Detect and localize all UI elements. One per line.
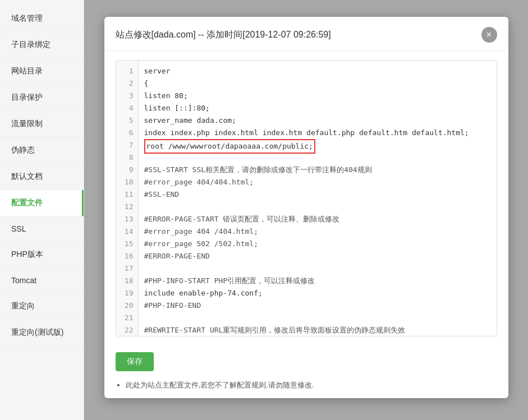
line-number: 19 [116, 287, 138, 299]
sidebar-item-redirect[interactable]: 重定向 [0, 293, 84, 320]
sidebar-item-domain[interactable]: 域名管理 [0, 6, 84, 32]
code-line [139, 312, 497, 324]
line-number: 3 [116, 90, 138, 102]
code-line: #REWRITE-START URL重写规则引用，修改后将导致面板设置的伪静态规… [139, 324, 497, 336]
code-line: server [139, 65, 497, 77]
modal-footer: 保存 [104, 345, 508, 380]
sidebar-item-php[interactable]: PHP版本 [0, 242, 84, 268]
line-number: 16 [116, 250, 138, 262]
line-number: 2 [116, 77, 138, 90]
highlighted-code: root /www/wwwroot/dapaoaaa.com/public; [144, 139, 315, 154]
code-line [139, 262, 497, 275]
sidebar: 域名管理 子目录绑定 网站目录 目录保护 流量限制 伪静态 默认文档 配置文件 … [0, 0, 84, 420]
code-line: #PHP-INFO-END [139, 299, 497, 312]
line-number: 7 [116, 139, 138, 151]
main-content: 站点修改[dada.com] -- 添加时间[2019-12-07 09:26:… [84, 0, 528, 420]
sidebar-item-webroot[interactable]: 网站目录 [0, 58, 84, 85]
line-number: 20 [116, 299, 138, 312]
sidebar-item-default-doc[interactable]: 默认文档 [0, 164, 84, 190]
line-number: 21 [116, 312, 138, 324]
line-numbers: 123456789101112131415161718192021222324 [116, 61, 139, 336]
line-number: 6 [116, 127, 138, 139]
modal-body: 123456789101112131415161718192021222324 … [104, 51, 508, 345]
line-number: 12 [116, 201, 138, 213]
code-line: { [139, 77, 497, 90]
code-line: listen 80; [139, 90, 497, 102]
sidebar-item-tomcat[interactable]: Tomcat [0, 268, 84, 293]
line-number: 4 [116, 102, 138, 114]
modal-title: 站点修改[dada.com] -- 添加时间[2019-12-07 09:26:… [116, 29, 331, 41]
line-number: 17 [116, 262, 138, 275]
code-line: root /www/wwwroot/dapaoaaa.com/public; [139, 139, 497, 151]
note-text: 此处为站点主配置文件,若您不了解配置规则,请勿随意修改. [126, 380, 497, 390]
sidebar-item-traffic[interactable]: 流量限制 [0, 111, 84, 137]
sidebar-item-ssl[interactable]: SSL [0, 216, 84, 242]
line-number: 11 [116, 188, 138, 201]
code-content[interactable]: server{ listen 80; listen [::]:80; serve… [139, 61, 497, 336]
code-line: #PHP-INFO-START PHP引用配置，可以注释或修改 [139, 275, 497, 287]
code-line: #error_page 502 /502.html; [139, 238, 497, 250]
sidebar-item-subdir[interactable]: 子目录绑定 [0, 32, 84, 58]
code-line: listen [::]:80; [139, 102, 497, 114]
sidebar-item-dirprotect[interactable]: 目录保护 [0, 85, 84, 111]
code-line: #SSL-START SSL相关配置，请勿删除或修改下一行带注释的404规则 [139, 164, 497, 176]
sidebar-item-rewrite[interactable]: 伪静态 [0, 137, 84, 164]
line-number: 5 [116, 114, 138, 127]
modal-note: 此处为站点主配置文件,若您不了解配置规则,请勿随意修改. [104, 380, 508, 398]
code-line: #error_page 404 /404.html; [139, 225, 497, 238]
line-number: 10 [116, 176, 138, 188]
save-button[interactable]: 保存 [116, 352, 154, 371]
line-number: 8 [116, 151, 138, 164]
code-line: #ERROR-PAGE-START 错误页配置，可以注释、删除或修改 [139, 213, 497, 225]
line-number: 1 [116, 65, 138, 77]
code-editor[interactable]: 123456789101112131415161718192021222324 … [116, 60, 497, 336]
line-number: 14 [116, 225, 138, 238]
sidebar-item-redirect-beta[interactable]: 重定向(测试版) [0, 320, 84, 346]
modal-header: 站点修改[dada.com] -- 添加时间[2019-12-07 09:26:… [104, 17, 508, 51]
code-line: include enable-php-74.conf; [139, 287, 497, 299]
sidebar-item-config[interactable]: 配置文件 [0, 190, 84, 216]
modal-overlay: 站点修改[dada.com] -- 添加时间[2019-12-07 09:26:… [84, 0, 528, 420]
line-number: 22 [116, 324, 138, 336]
code-line: #ERROR-PAGE-END [139, 250, 497, 262]
close-button[interactable]: × [481, 27, 497, 43]
code-line: index index.php index.html index.htm def… [139, 127, 497, 139]
code-line: #SSL-END [139, 188, 497, 201]
line-number: 13 [116, 213, 138, 225]
code-line [139, 201, 497, 213]
line-number: 18 [116, 275, 138, 287]
line-number: 9 [116, 164, 138, 176]
line-number: 15 [116, 238, 138, 250]
modal: 站点修改[dada.com] -- 添加时间[2019-12-07 09:26:… [104, 17, 508, 398]
code-line: #error_page 404/404.html; [139, 176, 497, 188]
code-line: server_name dada.com; [139, 114, 497, 127]
